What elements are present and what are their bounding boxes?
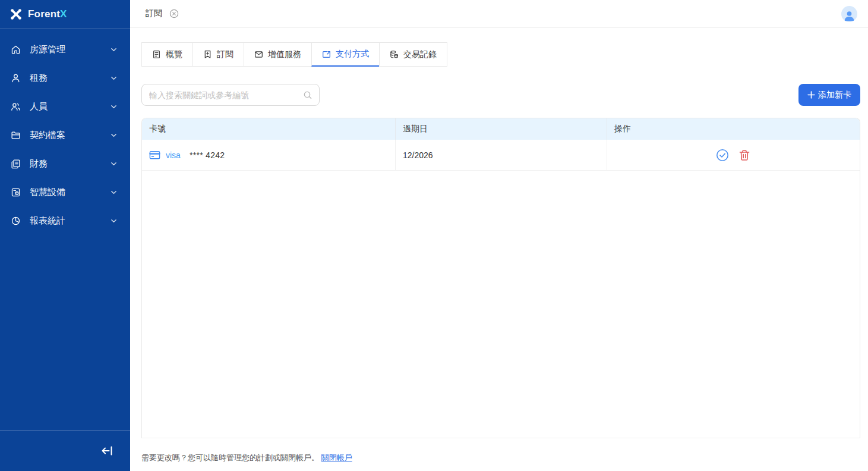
section-tabs: 概覽 訂閱 增值服務 [141, 42, 860, 67]
topbar: 訂閱 [130, 0, 868, 28]
chevron-down-icon [111, 132, 117, 139]
chevron-down-icon [111, 46, 117, 53]
chevron-down-icon [111, 218, 117, 224]
tab-value-added-services[interactable]: 增值服務 [244, 42, 312, 67]
content: 概覽 訂閱 增值服務 [130, 28, 868, 471]
credit-card-icon [149, 149, 160, 161]
sidebar-item-contracts[interactable]: 契約檔案 [0, 121, 130, 149]
bookmark-plus-icon [203, 50, 212, 59]
sidebar-item-label: 報表統計 [30, 215, 102, 227]
tab-label: 支付方式 [336, 49, 369, 59]
main-area: 訂閱 概覽 [130, 0, 868, 471]
close-tab-icon[interactable] [169, 9, 179, 18]
tab-label: 訂閱 [217, 49, 233, 60]
table-empty-space [142, 171, 860, 438]
sidebar-item-people[interactable]: 人員 [0, 92, 130, 121]
sidebar: ForentX 房源管理 租務 人員 [0, 0, 130, 471]
documents-icon [11, 159, 21, 169]
sidebar-item-label: 房源管理 [30, 44, 102, 55]
search-box [141, 84, 320, 106]
sidebar-nav: 房源管理 租務 人員 契約檔案 [0, 29, 130, 430]
coins-icon [390, 50, 399, 59]
sidebar-item-label: 契約檔案 [30, 130, 102, 141]
account-footer-text: 需要更改嗎？您可以隨時管理您的計劃或關閉帳戶。 [141, 453, 319, 462]
toolbar: 添加新卡 [141, 84, 860, 106]
pie-chart-icon [11, 216, 21, 226]
open-document-tab[interactable]: 訂閱 [146, 8, 179, 19]
tab-payment-methods[interactable]: 支付方式 [311, 42, 380, 67]
search-input[interactable] [149, 90, 303, 100]
chevron-down-icon [111, 75, 117, 81]
open-document-tab-label: 訂閱 [146, 8, 162, 19]
brand-x-icon [10, 8, 23, 21]
user-avatar[interactable] [841, 6, 857, 22]
chevron-down-icon [111, 103, 117, 110]
payment-methods-table: 卡號 過期日 操作 visa **** 4242 12/2026 [141, 118, 860, 438]
sidebar-footer [0, 430, 130, 471]
trash-icon [738, 149, 751, 162]
table-header: 卡號 過期日 操作 [142, 118, 860, 140]
sidebar-item-label: 智慧設備 [30, 187, 102, 198]
column-header-card-number: 卡號 [142, 118, 396, 140]
user-icon [11, 73, 21, 83]
close-account-link[interactable]: 關閉帳戶 [321, 453, 352, 462]
account-footer: 需要更改嗎？您可以隨時管理您的計劃或關閉帳戶。 關閉帳戶 [141, 453, 860, 470]
sidebar-item-properties[interactable]: 房源管理 [0, 35, 130, 64]
card-expiry-cell: 12/2026 [396, 140, 607, 170]
sidebar-item-label: 財務 [30, 158, 102, 169]
delete-card-button[interactable] [738, 149, 751, 162]
plus-icon [807, 91, 815, 99]
sidebar-item-finance[interactable]: 財務 [0, 149, 130, 178]
sidebar-item-reports[interactable]: 報表統計 [0, 206, 130, 235]
tab-label: 增值服務 [268, 49, 301, 60]
chevron-down-icon [111, 189, 117, 196]
overview-icon [152, 50, 161, 59]
card-actions-cell [607, 140, 860, 170]
add-card-button-label: 添加新卡 [818, 90, 851, 101]
tab-subscription[interactable]: 訂閱 [192, 42, 244, 67]
mail-icon [254, 50, 263, 59]
sidebar-item-label: 租務 [30, 73, 102, 84]
tab-label: 概覽 [166, 49, 182, 60]
tab-label: 交易記錄 [403, 49, 437, 60]
card-send-icon [322, 50, 331, 59]
card-brand[interactable]: visa [166, 150, 181, 160]
tab-overview[interactable]: 概覽 [141, 42, 193, 67]
brand-name: ForentX [28, 8, 67, 20]
home-icon [11, 45, 21, 55]
column-header-expiry: 過期日 [396, 118, 607, 140]
sidebar-item-smart-devices[interactable]: 智慧設備 [0, 178, 130, 206]
team-icon [11, 102, 21, 112]
tab-transactions[interactable]: 交易記錄 [379, 42, 447, 67]
column-header-actions: 操作 [607, 118, 860, 140]
chevron-down-icon [111, 161, 117, 167]
set-default-card-button[interactable] [716, 149, 729, 162]
person-icon [843, 10, 856, 22]
add-card-button[interactable]: 添加新卡 [798, 84, 860, 106]
check-circle-icon [716, 149, 729, 162]
sidebar-item-label: 人員 [30, 101, 102, 112]
folder-icon [11, 130, 21, 140]
card-number-cell: visa **** 4242 [142, 140, 396, 170]
brand-logo: ForentX [0, 0, 130, 29]
table-row: visa **** 4242 12/2026 [142, 140, 860, 171]
card-masked-number: **** 4242 [190, 150, 225, 160]
search-icon[interactable] [303, 90, 313, 100]
collapse-sidebar-icon[interactable] [102, 446, 113, 456]
sidebar-item-tenancy[interactable]: 租務 [0, 64, 130, 92]
smart-device-icon [11, 187, 21, 197]
